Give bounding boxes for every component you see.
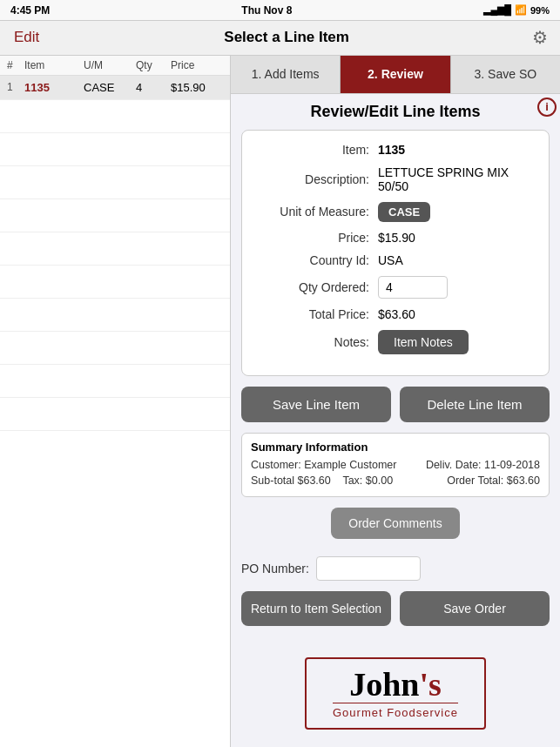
item-label: Item:: [256, 143, 369, 157]
total-price-value: $63.60: [378, 307, 415, 321]
logo-box: John's Gourmet Foodservice: [305, 657, 486, 730]
field-qty: Qty Ordered:: [256, 276, 535, 299]
summary-customer: Customer: Example Customer: [251, 457, 396, 474]
order-total-label: Order Total:: [447, 474, 503, 487]
field-item: Item: 1135: [256, 143, 535, 157]
po-number-input[interactable]: [316, 556, 421, 581]
tab-review[interactable]: 2. Review: [341, 56, 450, 93]
table-row-empty-10: [0, 398, 230, 431]
table-row-empty-2: [0, 133, 230, 166]
return-to-item-selection-button[interactable]: Return to Item Selection: [241, 591, 391, 626]
subtotal-label: Sub-total: [251, 474, 294, 487]
gear-icon[interactable]: ⚙: [527, 24, 553, 50]
left-panel: # Item U/M Qty Price 1 1135 CASE 4 $15.9…: [0, 56, 231, 748]
order-total-value: $63.60: [507, 474, 540, 487]
country-label: Country Id:: [256, 253, 369, 267]
item-notes-button[interactable]: Item Notes: [378, 330, 469, 354]
description-label: Description:: [256, 172, 369, 186]
logo-area: John's Gourmet Foodservice: [241, 640, 550, 738]
order-comments-button[interactable]: Order Comments: [331, 508, 459, 539]
price-label: Price:: [256, 231, 369, 245]
field-country: Country Id: USA: [256, 253, 535, 267]
battery-level: 99%: [530, 5, 550, 16]
qty-label: Qty Ordered:: [256, 280, 369, 294]
order-total-info: Order Total: $63.60: [447, 473, 540, 489]
info-icon[interactable]: i: [537, 98, 557, 117]
col-price: Price: [171, 59, 223, 71]
info-icon-label: i: [545, 100, 549, 113]
table-row-empty-6: [0, 266, 230, 299]
summary-row-2: Sub-total $63.60 Tax: $0.00 Order Total:…: [251, 473, 540, 489]
po-label: PO Number:: [241, 562, 309, 575]
section-title: Review/Edit Line Items: [241, 103, 550, 121]
field-description: Description: LETTUCE SPRING MIX 50/50: [256, 165, 535, 193]
edit-button[interactable]: Edit: [7, 29, 46, 46]
item-value: 1135: [378, 143, 405, 157]
field-price: Price: $15.90: [256, 231, 535, 245]
nav-title: Select a Line Item: [53, 29, 520, 46]
customer-value: Example Customer: [304, 459, 396, 471]
subtotal-value: $63.60: [298, 474, 331, 487]
total-price-label: Total Price:: [256, 307, 369, 321]
summary-box: Summary Information Customer: Example Cu…: [241, 433, 550, 498]
col-qty: Qty: [136, 59, 171, 71]
table-row-empty-9: [0, 365, 230, 398]
col-um: U/M: [84, 59, 136, 71]
row-number: 1: [7, 81, 24, 93]
summary-deliv: Deliv. Date: 11-09-2018: [426, 457, 540, 474]
field-unit-of-measure: Unit of Measure: CASE: [256, 202, 535, 222]
table-row-empty-4: [0, 199, 230, 232]
qty-input[interactable]: [378, 276, 448, 299]
logo-sub: Gourmet Foodservice: [333, 703, 458, 719]
table-header: # Item U/M Qty Price: [0, 56, 230, 76]
step-tabs: 1. Add Items 2. Review 3. Save SO: [231, 56, 560, 94]
logo-apostrophe: 's: [419, 666, 441, 703]
customer-label: Customer:: [251, 459, 301, 471]
nav-bar: Edit Select a Line Item ⚙: [0, 21, 560, 56]
table-row-empty-1: [0, 100, 230, 133]
wifi-icon: 📶: [515, 4, 527, 16]
line-item-card: Item: 1135 Description: LETTUCE SPRING M…: [241, 130, 550, 376]
row-item: 1135: [24, 81, 84, 94]
tab-save-so[interactable]: 3. Save SO: [451, 56, 560, 93]
table-body: 1 1135 CASE 4 $15.90: [0, 76, 230, 748]
status-right: ▂▄▆█ 📶 99%: [483, 4, 550, 16]
deliv-value: 11-09-2018: [484, 459, 540, 471]
save-order-button[interactable]: Save Order: [400, 591, 550, 626]
status-day: Thu Nov 8: [241, 4, 292, 17]
action-buttons: Save Line Item Delete Line Item: [241, 387, 550, 422]
price-value: $15.90: [378, 231, 415, 245]
logo-main: John's: [333, 668, 458, 701]
delete-line-item-button[interactable]: Delete Line Item: [400, 387, 550, 422]
country-value: USA: [378, 253, 403, 267]
col-num: #: [7, 59, 24, 71]
tax-value: $0.00: [366, 474, 393, 487]
field-total-price: Total Price: $63.60: [256, 307, 535, 321]
bottom-buttons: Return to Item Selection Save Order: [241, 591, 550, 626]
tax-label: Tax:: [342, 474, 362, 487]
row-um: CASE: [84, 81, 136, 94]
po-row: PO Number:: [241, 556, 550, 581]
status-bar: 4:45 PM Thu Nov 8 ▂▄▆█ 📶 99%: [0, 0, 560, 21]
deliv-label: Deliv. Date:: [426, 459, 482, 471]
save-line-item-button[interactable]: Save Line Item: [241, 387, 391, 422]
signal-icon: ▂▄▆█: [483, 4, 511, 16]
summary-row-1: Customer: Example Customer Deliv. Date: …: [251, 457, 540, 474]
tab-add-items[interactable]: 1. Add Items: [231, 56, 341, 93]
table-row[interactable]: 1 1135 CASE 4 $15.90: [0, 76, 230, 100]
field-notes: Notes: Item Notes: [256, 330, 535, 354]
table-row-empty-8: [0, 332, 230, 365]
row-price: $15.90: [171, 81, 223, 94]
subtotal-info: Sub-total $63.60 Tax: $0.00: [251, 473, 393, 489]
summary-title: Summary Information: [251, 441, 540, 454]
table-row-empty-5: [0, 232, 230, 266]
uom-badge: CASE: [378, 202, 430, 222]
table-row-empty-7: [0, 299, 230, 332]
row-qty: 4: [136, 81, 171, 94]
status-time: 4:45 PM: [10, 4, 50, 17]
uom-label: Unit of Measure:: [256, 205, 369, 219]
app-container: Edit Select a Line Item ⚙ # Item U/M Qty…: [0, 21, 560, 747]
right-panel: i Review/Edit Line Items Item: 1135 Desc…: [231, 94, 560, 748]
table-row-empty-3: [0, 166, 230, 199]
col-item: Item: [24, 59, 84, 71]
